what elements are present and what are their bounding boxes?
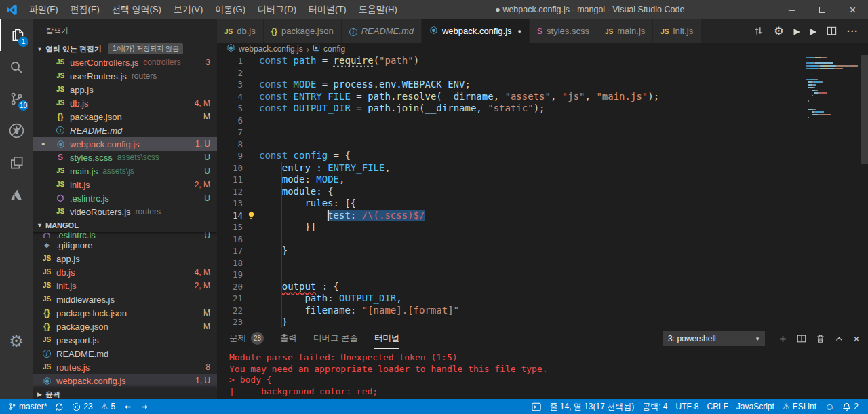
code-line-14[interactable]: 14test: /\(.scss)$/	[217, 210, 868, 222]
activity-source-control-icon[interactable]: 10	[0, 83, 33, 115]
file-row-routes.js[interactable]: JSroutes.js8	[33, 360, 217, 374]
file-row-README.md[interactable]: iREADME.md	[33, 347, 217, 360]
run-icon[interactable]: ▶	[794, 26, 800, 36]
git-branch[interactable]: master*	[4, 399, 51, 414]
tab-README.md[interactable]: iREADME.md	[342, 19, 422, 43]
nav-forward[interactable]	[136, 399, 153, 414]
tab-db.js[interactable]: JSdb.js	[217, 19, 264, 43]
file-row-main.js[interactable]: JSmain.jsassets\jsU	[33, 164, 217, 178]
menu-item-7[interactable]: 도움말(H)	[353, 0, 403, 19]
code-line-22[interactable]: 22filename: "[name].[format]"	[217, 305, 868, 317]
tab-init.js[interactable]: JSinit.js	[653, 19, 701, 43]
code-line-1[interactable]: 1const path = require("path")	[217, 55, 868, 67]
code-line-15[interactable]: 15}]	[217, 221, 868, 233]
file-row-package-lock.json[interactable]: {}package-lock.jsonM	[33, 306, 217, 320]
panel-tab-터미널[interactable]: 터미널	[374, 328, 400, 349]
code-line-2[interactable]: 2	[217, 67, 868, 79]
file-row-passport.js[interactable]: JSpassport.js	[33, 333, 217, 347]
panel-tab-디버그 콘솔[interactable]: 디버그 콘솔	[313, 328, 358, 349]
open-editors-header[interactable]: ▼ 열려 있는 편집기 1이(가) 저장되지 않음	[33, 42, 217, 56]
code-line-13[interactable]: 13rules: [{	[217, 197, 868, 210]
file-row-webpack.config.js[interactable]: webpack.config.js1, U	[33, 374, 217, 388]
feedback-smiley[interactable]: ☺	[821, 399, 838, 414]
menu-item-5[interactable]: 디버그(D)	[252, 0, 302, 19]
settings-gear-icon[interactable]: ⚙	[774, 24, 783, 37]
code-line-21[interactable]: 21path: OUTPUT_DIR,	[217, 293, 868, 305]
menu-item-6[interactable]: 터미널(T)	[302, 0, 353, 19]
file-row-init.js[interactable]: JSinit.js2, M	[33, 279, 217, 293]
close-panel-icon[interactable]: ×	[853, 333, 860, 345]
code-line-16[interactable]: 16	[217, 233, 868, 246]
split-terminal-icon[interactable]	[797, 334, 806, 343]
activity-extensions-icon[interactable]	[0, 147, 33, 178]
terminal-status[interactable]	[528, 399, 545, 414]
close-button[interactable]: ×	[837, 0, 868, 19]
menu-item-0[interactable]: 파일(F)	[23, 0, 64, 19]
breadcrumb-file[interactable]: webpack.config.js	[239, 44, 303, 54]
file-row-init.js[interactable]: JSinit.js2, M	[33, 178, 217, 191]
code-line-10[interactable]: 10entry : ENTRY_FILE,	[217, 162, 868, 174]
maximize-panel-icon[interactable]	[835, 335, 844, 343]
terminal-select[interactable]: 3: powershell ▼	[663, 331, 765, 346]
activity-manage-icon[interactable]: ⚙	[0, 325, 33, 357]
new-terminal-icon[interactable]	[778, 335, 787, 343]
menu-item-1[interactable]: 편집(E)	[64, 0, 106, 19]
panel-tab-출력[interactable]: 출력	[280, 328, 297, 349]
breadcrumb-symbol[interactable]: config	[323, 44, 345, 54]
outline-header[interactable]: ▶ 윤곽	[33, 388, 217, 399]
indentation[interactable]: 공백: 4	[638, 399, 671, 414]
code-line-5[interactable]: 5const OUTPUT_DIR = path.join(__dirname,…	[217, 102, 868, 115]
nav-back[interactable]	[119, 399, 136, 414]
file-row-package.json[interactable]: {}package.jsonM	[33, 320, 217, 333]
tab-webpack.config.js[interactable]: webpack.config.js●	[422, 19, 530, 43]
notifications-bell[interactable]: 2	[838, 399, 863, 414]
problems-errors[interactable]: 23	[68, 399, 96, 414]
kill-terminal-icon[interactable]	[816, 334, 825, 343]
tab-main.js[interactable]: JSmain.js	[597, 19, 653, 43]
more-actions-icon[interactable]: ···	[847, 26, 859, 37]
code-line-11[interactable]: 11mode: MODE,	[217, 174, 868, 186]
lightbulb-icon[interactable]	[243, 210, 259, 222]
file-row-webpack.config.js[interactable]: ●webpack.config.js1, U	[33, 137, 217, 151]
cursor-position[interactable]: 줄 14, 열 13(17 선택됨)	[545, 399, 638, 414]
code-line-6[interactable]: 6	[217, 115, 868, 127]
language-mode[interactable]: JavaScript	[732, 399, 778, 414]
problems-warnings[interactable]: ⚠5	[97, 399, 119, 414]
code-line-20[interactable]: 20output : {	[217, 281, 868, 293]
eol[interactable]: CRLF	[703, 399, 732, 414]
eslint-status[interactable]: ⚠ESLint	[778, 399, 821, 414]
file-row-db.js[interactable]: JSdb.js4, M	[33, 265, 217, 279]
file-row-README.md[interactable]: iREADME.md	[33, 124, 217, 137]
run-alt-icon[interactable]: ▶	[810, 26, 816, 36]
menu-item-2[interactable]: 선택 영역(S)	[106, 0, 167, 19]
breadcrumb[interactable]: webpack.config.js › config	[217, 43, 868, 55]
panel-tab-문제[interactable]: 문제28	[229, 328, 264, 349]
code-line-18[interactable]: 18	[217, 257, 868, 269]
code-line-23[interactable]: 23}	[217, 316, 868, 328]
minimize-button[interactable]: ─	[776, 0, 807, 19]
activity-search-icon[interactable]	[0, 51, 33, 83]
file-row-app.js[interactable]: JSapp.js	[33, 252, 217, 265]
tab-styles.scss[interactable]: Sstyles.scss	[530, 19, 597, 43]
activity-azure-icon[interactable]	[0, 178, 33, 210]
code-editor[interactable]: 1const path = require("path")23const MOD…	[217, 55, 868, 328]
code-line-19[interactable]: 19	[217, 269, 868, 281]
activity-debug-icon[interactable]	[0, 115, 33, 147]
file-row-videoRouters.js[interactable]: JSvideoRouters.jsrouters	[33, 205, 217, 219]
code-line-9[interactable]: 9const config = {	[217, 150, 868, 162]
code-line-3[interactable]: 3const MODE = process.env.WEBPACK_ENV;	[217, 79, 868, 91]
minimap[interactable]	[806, 57, 859, 119]
code-line-4[interactable]: 4const ENTRY_FILE = path.resolve(__dirna…	[217, 91, 868, 103]
code-line-12[interactable]: 12module: {	[217, 186, 868, 198]
code-line-8[interactable]: 8	[217, 138, 868, 151]
tab-package.json[interactable]: {}package.json	[264, 19, 342, 43]
file-row-app.js[interactable]: JSapp.js	[33, 83, 217, 96]
project-header[interactable]: ▼ MANGOL	[33, 219, 217, 232]
encoding[interactable]: UTF-8	[672, 399, 703, 414]
file-row-package.json[interactable]: {}package.jsonM	[33, 110, 217, 124]
file-row-.eslintrc.js[interactable]: .eslintrc.jsU	[33, 191, 217, 205]
code-line-17[interactable]: 17}	[217, 245, 868, 257]
file-row-.eslintrc.js[interactable]: .eslintrc.jsU	[33, 232, 217, 238]
menu-item-3[interactable]: 보기(V)	[167, 0, 209, 19]
file-row-.gitignore[interactable]: ◆.gitignore	[33, 238, 217, 252]
